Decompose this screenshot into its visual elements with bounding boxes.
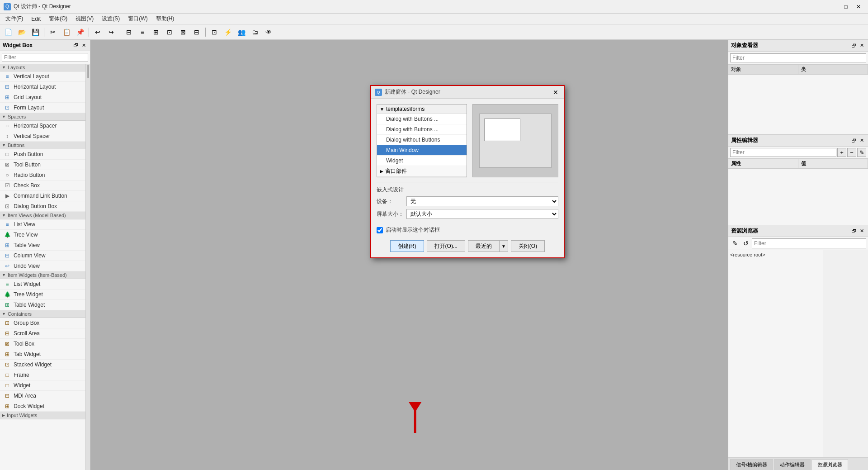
toolbar-layout-break[interactable]: ⊠ [177, 26, 189, 38]
property-edit-btn[interactable]: ✎ [857, 148, 866, 157]
toolbar-undo[interactable]: ↩ [91, 26, 104, 38]
close-button[interactable]: ✕ [853, 2, 864, 12]
tab-signal-slot[interactable]: 信号/槽编辑器 [730, 459, 773, 470]
template-main-window[interactable]: Main Window [377, 145, 467, 156]
toolbar-layout-grid[interactable]: ⊞ [150, 26, 162, 38]
toolbar-save[interactable]: 💾 [29, 26, 42, 38]
widget-tree-widget[interactable]: 🌲 Tree Widget [0, 290, 85, 300]
menu-help[interactable]: 帮助(H) [152, 14, 178, 24]
widget-grid-layout[interactable]: ⊞ Grid Layout [0, 92, 85, 103]
create-button[interactable]: 创建(R) [390, 240, 424, 252]
recent-button[interactable]: 最近的 [468, 240, 500, 252]
property-editor-float-btn[interactable]: 🗗 [850, 137, 857, 144]
tab-action-editor[interactable]: 动作编辑器 [774, 459, 811, 470]
widget-box-filter[interactable] [2, 53, 88, 62]
widget-list-scrollbar[interactable] [85, 64, 90, 470]
menu-settings[interactable]: 设置(S) [98, 14, 123, 24]
toolbar-open[interactable]: 📂 [15, 26, 28, 38]
close-dialog-button[interactable]: 关闭(O) [511, 240, 545, 252]
widget-tree-view[interactable]: 🌲 Tree View [0, 230, 85, 240]
template-widget[interactable]: Widget [377, 156, 467, 166]
widget-list-view[interactable]: ≡ List View [0, 219, 85, 230]
dialog-close-icon-btn[interactable]: ✕ [551, 88, 560, 96]
toolbar-buddy[interactable]: 👥 [235, 26, 248, 38]
widget-radio-button[interactable]: ○ Radio Button [0, 170, 85, 180]
device-select[interactable]: 无 [406, 196, 558, 206]
widget-tool-box[interactable]: ⊠ Tool Box [0, 339, 85, 349]
category-containers[interactable]: ▼ Containers [0, 310, 85, 318]
object-inspector-float-btn[interactable]: 🗗 [850, 42, 857, 49]
widget-box-float-btn[interactable]: 🗗 [72, 42, 79, 49]
widget-dock-widget[interactable]: ⊞ Dock Widget [0, 401, 85, 412]
widget-command-link-button[interactable]: ▶ Command Link Button [0, 191, 85, 201]
open-button[interactable]: 打开(O)... [427, 240, 465, 252]
widget-horizontal-spacer[interactable]: ↔ Horizontal Spacer [0, 121, 85, 131]
menu-edit[interactable]: Edit [28, 15, 44, 23]
widget-push-button[interactable]: □ Push Button [0, 149, 85, 160]
property-editor-close-btn[interactable]: ✕ [858, 137, 865, 144]
resource-refresh-btn[interactable]: ↺ [741, 238, 751, 248]
widget-box-close-btn[interactable]: ✕ [80, 42, 87, 49]
category-item-widgets[interactable]: ▼ Item Widgets (Item-Based) [0, 271, 85, 279]
widget-tab-widget[interactable]: ⊞ Tab Widget [0, 349, 85, 360]
resource-browser-close-btn[interactable]: ✕ [858, 228, 865, 235]
toolbar-copy[interactable]: 📋 [60, 26, 73, 38]
toolbar-layout-v[interactable]: ≡ [136, 26, 149, 38]
widget-dialog-button-box[interactable]: ⊡ Dialog Button Box [0, 201, 85, 212]
widget-column-view[interactable]: ⊟ Column View [0, 251, 85, 261]
screen-select[interactable]: 默认大小 [406, 209, 558, 219]
toolbar-new[interactable]: 📄 [2, 26, 14, 38]
property-remove-btn[interactable]: − [847, 148, 856, 157]
widget-undo-view[interactable]: ↩ Undo View [0, 261, 85, 271]
toolbar-preview[interactable]: 👁 [262, 26, 275, 38]
menu-file[interactable]: 文件(F) [2, 14, 27, 24]
widget-list-widget[interactable]: ≡ List Widget [0, 279, 85, 290]
resource-browser-float-btn[interactable]: 🗗 [850, 228, 857, 235]
widget-tool-button[interactable]: ⊠ Tool Button [0, 160, 85, 170]
menu-view[interactable]: 视图(V) [72, 14, 97, 24]
tab-resource-browser[interactable]: 资源浏览器 [811, 459, 848, 470]
property-add-btn[interactable]: + [837, 148, 846, 157]
toolbar-layout-form[interactable]: ⊡ [163, 26, 176, 38]
widget-mdi-area[interactable]: ⊟ MDI Area [0, 391, 85, 401]
widget-vertical-spacer[interactable]: ↕ Vertical Spacer [0, 131, 85, 142]
object-inspector-filter[interactable] [730, 53, 866, 62]
toolbar-tab-order[interactable]: ⊡ [208, 26, 221, 38]
minimize-button[interactable]: — [827, 2, 839, 12]
widget-table-view[interactable]: ⊞ Table View [0, 240, 85, 251]
toolbar-redo[interactable]: ↪ [105, 26, 118, 38]
template-subgroup[interactable]: ▶ 窗口部件 [377, 166, 467, 177]
widget-form-layout[interactable]: ⊡ Form Layout [0, 103, 85, 113]
recent-dropdown-arrow[interactable]: ▼ [500, 240, 508, 252]
widget-group-box[interactable]: ⊡ Group Box [0, 318, 85, 328]
resource-filter[interactable] [752, 238, 866, 248]
widget-check-box[interactable]: ☑ Check Box [0, 180, 85, 191]
category-spacers[interactable]: ▼ Spacers [0, 113, 85, 121]
widget-widget[interactable]: □ Widget [0, 380, 85, 391]
toolbar-adjust[interactable]: ⊟ [190, 26, 203, 38]
property-editor-filter[interactable] [730, 148, 836, 157]
template-dialog-no-buttons[interactable]: Dialog without Buttons [377, 135, 467, 145]
template-group-header[interactable]: ▼ templates\forms [377, 104, 467, 114]
toolbar-resource[interactable]: 🗂 [249, 26, 261, 38]
resource-back-btn[interactable]: ✎ [730, 238, 740, 248]
widget-list-scrollbar-thumb[interactable] [87, 65, 89, 78]
widget-stacked-widget[interactable]: ⊡ Stacked Widget [0, 360, 85, 370]
object-inspector-close-btn[interactable]: ✕ [858, 42, 865, 49]
category-item-views[interactable]: ▼ Item Views (Model-Based) [0, 212, 85, 219]
widget-table-widget[interactable]: ⊞ Table Widget [0, 300, 85, 310]
maximize-button[interactable]: □ [840, 2, 852, 12]
category-input-widgets[interactable]: ▶ Input Widgets [0, 412, 85, 419]
toolbar-connect[interactable]: ⚡ [222, 26, 234, 38]
toolbar-layout-h[interactable]: ⊟ [123, 26, 135, 38]
template-dialog-buttons-2[interactable]: Dialog with Buttons ... [377, 124, 467, 135]
widget-horizontal-layout[interactable]: ⊟ Horizontal Layout [0, 82, 85, 92]
menu-window[interactable]: 窗口(W) [124, 14, 151, 24]
toolbar-cut[interactable]: ✂ [47, 26, 59, 38]
toolbar-paste[interactable]: 📌 [74, 26, 86, 38]
widget-scroll-area[interactable]: ⊟ Scroll Area [0, 328, 85, 339]
template-dialog-buttons-1[interactable]: Dialog with Buttons ... [377, 114, 467, 124]
show-dialog-checkbox[interactable] [377, 227, 383, 233]
category-layouts[interactable]: ▼ Layouts [0, 64, 85, 71]
menu-form[interactable]: 窗体(O) [45, 14, 71, 24]
